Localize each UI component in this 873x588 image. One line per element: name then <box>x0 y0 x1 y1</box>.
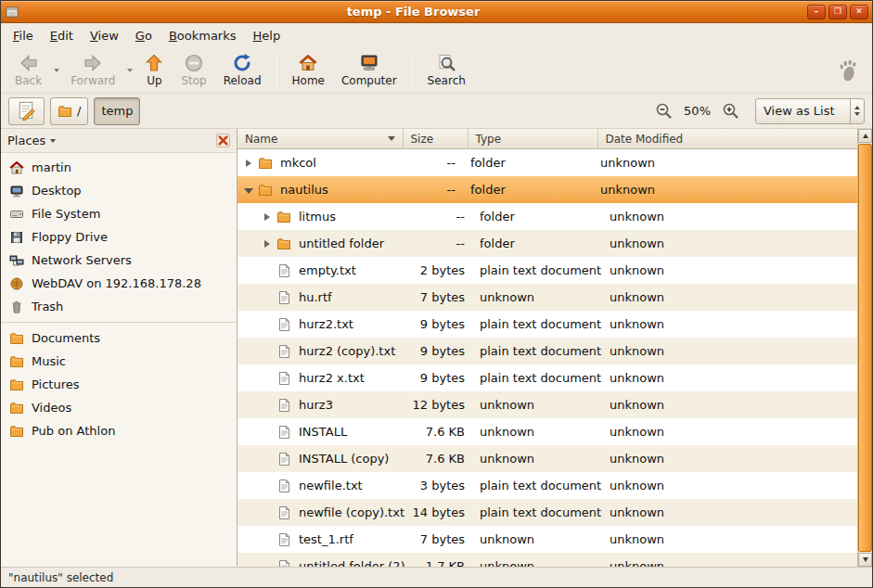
sidebar-item-webdav-on-192-168-178-28[interactable]: WebDAV on 192.168.178.28 <box>1 272 237 295</box>
table-row[interactable]: newfile (copy).txt14 bytesplain text doc… <box>238 499 857 526</box>
folder-icon <box>258 183 274 198</box>
table-row[interactable]: INSTALL7.6 KBunknownunknown <box>238 418 857 445</box>
titlebar[interactable]: temp - File Browser – ❐ ✕ <box>1 1 872 23</box>
floppy-icon <box>9 230 24 245</box>
menu-file[interactable]: File <box>5 25 42 46</box>
webdav-icon <box>9 276 24 291</box>
computer-button[interactable]: Computer <box>333 51 405 89</box>
stop-icon <box>184 53 204 73</box>
close-button[interactable]: ✕ <box>850 5 868 19</box>
scroll-up-button[interactable] <box>858 129 872 143</box>
table-row[interactable]: hurz2 x.txt9 bytesplain text documentunk… <box>238 364 857 391</box>
sidebar-item-desktop[interactable]: Desktop <box>1 179 237 202</box>
vertical-scrollbar[interactable] <box>857 129 872 567</box>
edit-location-button[interactable] <box>8 97 45 125</box>
dropdown-arrow-icon[interactable] <box>50 53 62 88</box>
toolbar-separator <box>276 53 277 88</box>
sidebar-item-documents[interactable]: Documents <box>1 326 237 350</box>
expander-icon[interactable] <box>262 211 273 223</box>
table-row[interactable]: test_1.rtf7 bytesunknownunknown <box>238 526 857 553</box>
text-file-icon <box>276 532 292 547</box>
scroll-down-button[interactable] <box>858 553 872 567</box>
file-name: hu.rtf <box>299 290 332 304</box>
file-modified: unknown <box>602 371 857 385</box>
sidebar-item-pub-on-athlon[interactable]: Pub on Athlon <box>1 419 237 442</box>
folder-icon <box>9 331 24 346</box>
column-header-size[interactable]: Size <box>404 129 469 149</box>
home-button[interactable]: Home <box>284 51 333 89</box>
view-mode-stepper-icon[interactable] <box>850 99 864 123</box>
file-size: -- <box>398 183 463 197</box>
expander-icon[interactable] <box>243 158 254 169</box>
minimize-button[interactable]: – <box>807 5 826 19</box>
menu-view[interactable]: View <box>82 25 127 46</box>
file-type: unknown <box>472 452 602 466</box>
sidebar-item-network-servers[interactable]: Network Servers <box>1 249 237 272</box>
table-row[interactable]: INSTALL (copy)7.6 KBunknownunknown <box>238 445 857 472</box>
column-header-type[interactable]: Type <box>469 129 598 149</box>
path-current-button[interactable]: temp <box>94 97 140 125</box>
table-row[interactable]: untitled folder (2)1.7 KBunknownunknown <box>238 553 857 567</box>
file-name-cell: hurz2 x.txt <box>238 371 407 386</box>
places-dropdown-icon[interactable] <box>50 139 56 143</box>
sidebar-item-floppy-drive[interactable]: Floppy Drive <box>1 225 237 249</box>
file-name: newfile (copy).txt <box>299 505 404 519</box>
file-modified: unknown <box>593 183 857 197</box>
sidebar-item-trash[interactable]: Trash <box>1 295 237 318</box>
file-type: unknown <box>472 425 602 439</box>
file-size: 12 bytes <box>407 398 472 412</box>
table-row[interactable]: untitled folder--folderunknown <box>238 230 857 257</box>
back-button[interactable]: Back <box>6 51 50 89</box>
file-modified: unknown <box>602 425 857 439</box>
location-bar: / temp 50% View as List <box>1 94 872 129</box>
table-row[interactable]: litmus--folderunknown <box>238 203 857 230</box>
file-modified: unknown <box>602 317 857 331</box>
menu-help[interactable]: Help <box>245 25 289 46</box>
file-name: test_1.rtf <box>299 532 353 546</box>
table-row[interactable]: newfile.txt3 bytesplain text documentunk… <box>238 472 857 499</box>
sidebar-item-videos[interactable]: Videos <box>1 396 237 419</box>
file-name-cell: untitled folder <box>238 236 407 251</box>
stop-button[interactable]: Stop <box>173 51 214 89</box>
sidebar-item-martin[interactable]: martin <box>1 156 237 179</box>
view-mode-select[interactable]: View as List <box>755 98 865 124</box>
toolbar-button-label: Reload <box>224 74 262 87</box>
zoom-out-button[interactable] <box>652 99 675 122</box>
menu-bookmarks[interactable]: Bookmarks <box>160 25 245 46</box>
reload-icon <box>232 53 252 73</box>
table-row[interactable]: nautilus--folderunknown <box>238 176 857 203</box>
menu-edit[interactable]: Edit <box>42 25 82 46</box>
reload-button[interactable]: Reload <box>215 51 270 89</box>
forward-button[interactable]: Forward <box>62 51 123 89</box>
content: Places martinDesktopFile SystemFloppy Dr… <box>1 129 872 567</box>
search-button[interactable]: Search <box>419 51 474 89</box>
table-row[interactable]: mkcol--folderunknown <box>238 149 857 176</box>
file-type: unknown <box>472 290 602 304</box>
table-row[interactable]: hurz2.txt9 bytesplain text documentunkno… <box>238 311 857 338</box>
file-modified: unknown <box>602 236 857 250</box>
expander-icon[interactable] <box>262 238 273 249</box>
expander-spacer <box>262 507 273 518</box>
maximize-button[interactable]: ❐ <box>828 5 847 19</box>
sidebar-item-label: Pub on Athlon <box>32 424 115 438</box>
toolbar-button-label: Home <box>292 74 325 87</box>
menu-go[interactable]: Go <box>127 25 160 46</box>
sidebar-item-music[interactable]: Music <box>1 350 237 373</box>
column-header-name[interactable]: Name <box>238 129 404 149</box>
expander-icon[interactable] <box>243 185 254 196</box>
sidebar-item-pictures[interactable]: Pictures <box>1 373 237 396</box>
table-row[interactable]: empty.txt2 bytesplain text documentunkno… <box>238 257 857 284</box>
zoom-in-button[interactable] <box>719 99 742 122</box>
scrollbar-thumb[interactable] <box>858 144 872 552</box>
path-root-button[interactable]: / <box>50 97 88 125</box>
sidebar-item-file-system[interactable]: File System <box>1 202 237 225</box>
up-button[interactable]: Up <box>135 51 173 89</box>
close-sidebar-button[interactable] <box>216 134 230 147</box>
table-row[interactable]: hurz312 bytesunknownunknown <box>238 391 857 418</box>
table-row[interactable]: hu.rtf7 bytesunknownunknown <box>238 284 857 311</box>
expander-spacer <box>262 400 273 411</box>
column-header-date-modified[interactable]: Date Modified <box>598 129 858 149</box>
dropdown-arrow-icon[interactable] <box>123 53 135 88</box>
folder-icon <box>9 424 24 439</box>
table-row[interactable]: hurz2 (copy).txt9 bytesplain text docume… <box>238 338 857 364</box>
